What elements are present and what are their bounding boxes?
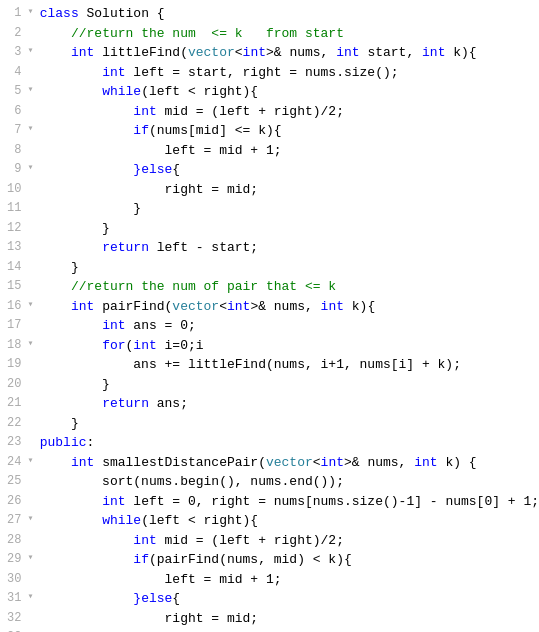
fold-arrow [25,492,35,512]
fold-arrow [25,277,35,297]
code-token: (left < right){ [141,513,258,528]
fold-arrow[interactable]: ▾ [25,511,35,531]
fold-arrow[interactable]: ▾ [25,160,35,180]
fold-arrow [25,316,35,336]
code-line: left = mid + 1; [36,141,539,161]
fold-arrow [25,628,35,632]
line-number: 5 [0,82,25,102]
code-line: int left = start, right = nums.size(); [36,63,539,83]
code-token: : [87,435,95,450]
table-row: 26 int left = 0, right = nums[nums.size(… [0,492,539,512]
code-line: return ans; [36,394,539,414]
code-token: }else [133,591,172,606]
code-token [40,84,102,99]
code-token: (left < right){ [141,84,258,99]
code-table: 1▾class Solution {2 //return the num <= … [0,4,539,632]
table-row: 16▾ int pairFind(vector<int>& nums, int … [0,297,539,317]
code-token [40,338,102,353]
fold-arrow[interactable]: ▾ [25,297,35,317]
line-number: 7 [0,121,25,141]
fold-arrow[interactable]: ▾ [25,4,35,24]
fold-arrow[interactable]: ▾ [25,43,35,63]
line-number: 12 [0,219,25,239]
code-token [40,533,134,548]
fold-arrow [25,394,35,414]
table-row: 30 left = mid + 1; [0,570,539,590]
code-token: int [321,455,344,470]
fold-arrow [25,355,35,375]
code-token: left = mid + 1; [40,572,282,587]
table-row: 1▾class Solution { [0,4,539,24]
code-token: int [414,455,437,470]
code-line: }else{ [36,589,539,609]
line-number: 30 [0,570,25,590]
table-row: 12 } [0,219,539,239]
table-row: 21 return ans; [0,394,539,414]
table-row: 31▾ }else{ [0,589,539,609]
code-token: } [40,416,79,431]
code-token: ans += littleFind(nums, i+1, nums[i] + k… [40,357,461,372]
code-token: sort(nums.begin(), nums.end()); [40,474,344,489]
code-token: if [133,123,149,138]
line-number: 15 [0,277,25,297]
line-number: 9 [0,160,25,180]
table-row: 9▾ }else{ [0,160,539,180]
code-token: ans = 0; [126,318,196,333]
code-line: } [36,199,539,219]
code-line: int mid = (left + right)/2; [36,102,539,122]
code-line: int mid = (left + right)/2; [36,531,539,551]
code-line: int ans = 0; [36,316,539,336]
code-line: class Solution { [36,4,539,24]
code-token: Solution { [79,6,165,21]
table-row: 17 int ans = 0; [0,316,539,336]
fold-arrow [25,102,35,122]
table-row: 24▾ int smallestDistancePair(vector<int>… [0,453,539,473]
table-row: 7▾ if(nums[mid] <= k){ [0,121,539,141]
code-token [40,513,102,528]
code-token: mid = (left + right)/2; [157,533,344,548]
code-token: vector [188,45,235,60]
line-number: 4 [0,63,25,83]
fold-arrow [25,472,35,492]
code-line: if(pairFind(nums, mid) < k){ [36,550,539,570]
code-line: } [36,414,539,434]
fold-arrow[interactable]: ▾ [25,336,35,356]
fold-arrow[interactable]: ▾ [25,589,35,609]
table-row: 23public: [0,433,539,453]
line-number: 13 [0,238,25,258]
fold-arrow[interactable]: ▾ [25,453,35,473]
code-token: }else [133,162,172,177]
code-token: { [172,162,180,177]
code-line: } [36,258,539,278]
line-number: 19 [0,355,25,375]
table-row: 33 } [0,628,539,632]
code-token: k){ [445,45,476,60]
code-token: < [235,45,243,60]
line-number: 8 [0,141,25,161]
table-row: 4 int left = start, right = nums.size(); [0,63,539,83]
line-number: 17 [0,316,25,336]
code-token: return [102,240,149,255]
code-token: class [40,6,79,21]
fold-arrow [25,63,35,83]
fold-arrow[interactable]: ▾ [25,82,35,102]
table-row: 28 int mid = (left + right)/2; [0,531,539,551]
code-token: int [102,65,125,80]
fold-arrow[interactable]: ▾ [25,121,35,141]
code-token: (pairFind(nums, mid) < k){ [149,552,352,567]
code-token [40,279,71,294]
code-token: int [133,338,156,353]
table-row: 19 ans += littleFind(nums, i+1, nums[i] … [0,355,539,375]
table-row: 6 int mid = (left + right)/2; [0,102,539,122]
code-token: (nums[mid] <= k){ [149,123,282,138]
line-number: 24 [0,453,25,473]
fold-arrow[interactable]: ▾ [25,550,35,570]
code-token [40,26,71,41]
code-token: littleFind( [94,45,188,60]
code-token: int [71,45,94,60]
code-token: } [40,377,110,392]
fold-arrow [25,180,35,200]
fold-arrow [25,570,35,590]
code-token: int [71,299,94,314]
code-token: k) { [438,455,477,470]
